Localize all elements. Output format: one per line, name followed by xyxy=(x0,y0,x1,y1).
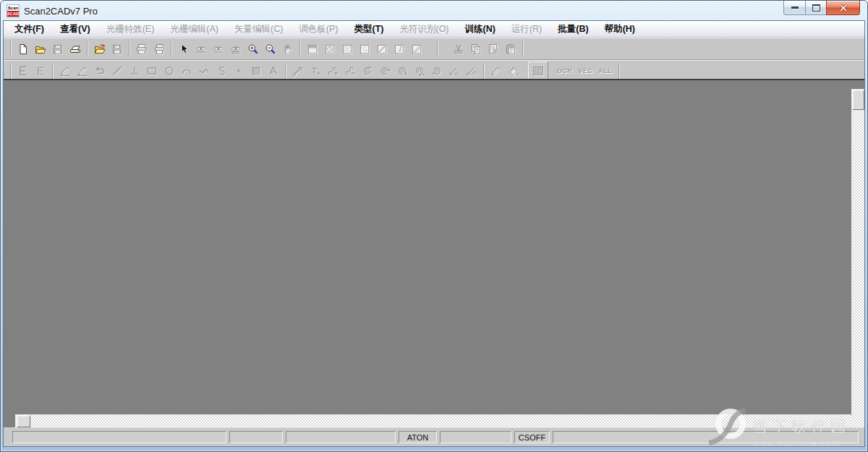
title-bar[interactable]: Scan 2CAD Scan2CADv7 Pro xyxy=(1,1,867,21)
menu-item-ocr: 光符识别(O) xyxy=(391,21,456,37)
vertex-p-button: P xyxy=(463,62,480,80)
scanner-icon xyxy=(69,43,81,55)
menu-item-batch[interactable]: 批量(B) xyxy=(550,21,596,37)
pencil-button xyxy=(488,62,505,80)
move-vertex-icon xyxy=(310,65,321,77)
fill-bucket-icon xyxy=(508,65,519,77)
zoom-in-icon xyxy=(247,43,259,55)
folder-import-icon xyxy=(94,43,106,55)
delete-vertex-icon xyxy=(344,65,356,77)
menu-item-file[interactable]: 文件(F) xyxy=(7,21,52,37)
menu-item-vector-edit: 矢量编辑(C) xyxy=(226,21,291,37)
line-icon xyxy=(111,65,123,77)
view-both-icon xyxy=(230,43,242,55)
svg-text:P: P xyxy=(473,70,477,77)
status-panel-1 xyxy=(12,431,226,443)
zoom-in-button[interactable] xyxy=(244,40,262,58)
horizontal-scrollbar[interactable] xyxy=(15,414,851,427)
toolbar-separator xyxy=(10,41,12,56)
print-copies-icon xyxy=(153,43,165,55)
rotate-vertex-icon-1 xyxy=(362,65,373,77)
vertex-n-icon: n xyxy=(448,65,460,77)
toolbar-standard xyxy=(4,38,864,60)
minimize-button[interactable] xyxy=(783,1,806,15)
menu-item-help[interactable]: 帮助(H) xyxy=(597,21,643,37)
paste-button xyxy=(502,40,519,58)
char-grid-button xyxy=(528,61,548,80)
toolbar-separator xyxy=(52,64,54,79)
maximize-button[interactable] xyxy=(806,1,826,15)
toolbar-separator xyxy=(129,41,130,56)
menu-item-run: 运行(R) xyxy=(503,21,550,37)
app-icon: Scan 2CAD xyxy=(7,5,19,17)
raster-note-icon xyxy=(393,43,405,55)
view-raster-icon xyxy=(195,43,207,55)
paste-special-icon xyxy=(488,43,499,55)
vec-mode-button: VEC xyxy=(576,62,596,80)
maximize-icon xyxy=(812,4,820,12)
copy-icon xyxy=(470,43,482,55)
horizontal-scrollbar-thumb[interactable] xyxy=(17,415,30,427)
letter-e-2-button xyxy=(32,62,49,80)
zoom-out-icon xyxy=(265,43,276,55)
menu-item-raster-effects: 光栅特效(E) xyxy=(98,21,163,37)
toolbar-separator xyxy=(87,41,88,56)
select-arrow-button[interactable] xyxy=(175,40,192,58)
minimize-icon xyxy=(791,7,799,9)
svg-text:n: n xyxy=(455,70,458,77)
rotate-vertex-1-button xyxy=(359,62,376,80)
app-icon-text-bottom: 2CAD xyxy=(7,11,19,17)
open-folder-icon xyxy=(35,43,46,55)
toolbar-separator xyxy=(10,64,12,79)
vertical-scrollbar[interactable] xyxy=(851,89,864,427)
menu-item-view[interactable]: 查看(V) xyxy=(52,21,98,37)
print-button xyxy=(133,40,150,58)
draw-pencil-button xyxy=(56,62,74,80)
raster-slash-button xyxy=(373,40,391,58)
menu-bar: 文件(F)查看(V)光栅特效(E)光栅编辑(A)矢量编辑(C)调色板(P)类型(… xyxy=(4,21,864,38)
view-vector-button xyxy=(210,40,227,58)
workspace-canvas[interactable] xyxy=(4,79,864,427)
line-button xyxy=(109,62,126,80)
rotate-vertex-icon-2 xyxy=(379,65,391,77)
circle-icon xyxy=(163,65,175,77)
toolbar-separator xyxy=(171,41,172,56)
new-file-button[interactable] xyxy=(14,40,32,58)
open-folder-button[interactable] xyxy=(32,40,49,58)
arc-icon xyxy=(181,65,192,77)
rotate-vertex-5-button xyxy=(428,62,446,80)
bezier-icon xyxy=(216,65,227,77)
fill-bucket-button xyxy=(505,62,522,80)
toolbar-separator xyxy=(483,64,485,79)
filled-rect-button xyxy=(247,62,265,80)
filled-rect-icon xyxy=(250,65,262,77)
scanner-button[interactable] xyxy=(67,40,84,58)
save-as-button xyxy=(109,40,126,58)
perpendicular-icon xyxy=(129,65,140,77)
paste-special-button xyxy=(485,40,502,58)
zoom-out-button[interactable] xyxy=(262,40,279,58)
select-arrow-icon xyxy=(178,43,190,55)
raster-diagonal-button xyxy=(408,40,425,58)
raster-despeckle-icon xyxy=(359,43,370,55)
status-panel-3 xyxy=(286,431,396,443)
copy-button xyxy=(467,40,485,58)
move-vertex-button xyxy=(307,62,324,80)
cut-icon xyxy=(453,43,464,55)
pencil-icon xyxy=(490,65,502,77)
ocr-mode-button: OCR xyxy=(554,62,576,80)
window-title: Scan2CADv7 Pro xyxy=(24,6,98,17)
app-icon-text-top: Scan xyxy=(7,5,19,11)
letter-e-icon-1 xyxy=(17,65,29,77)
toolbar-separator xyxy=(299,41,301,56)
vertical-scrollbar-thumb[interactable] xyxy=(852,90,864,110)
bezier-button xyxy=(213,62,230,80)
folder-import-button[interactable] xyxy=(91,40,109,58)
menu-item-train[interactable]: 训练(N) xyxy=(457,21,503,37)
rotate-vertex-icon-3 xyxy=(396,65,408,77)
menu-item-type[interactable]: 类型(T) xyxy=(346,21,392,37)
window-controls xyxy=(783,1,860,15)
close-button[interactable] xyxy=(826,1,860,15)
close-icon xyxy=(839,4,848,12)
raster-despeckle-button xyxy=(356,40,373,58)
